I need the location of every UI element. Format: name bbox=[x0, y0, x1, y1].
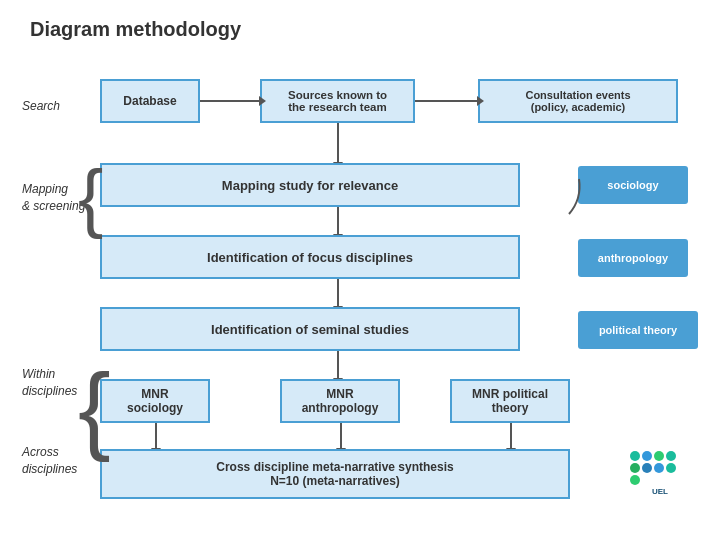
arrow-down-4 bbox=[337, 351, 339, 379]
arrow-db-to-sources bbox=[200, 100, 260, 102]
arrow-down-1 bbox=[337, 123, 339, 163]
seminal-studies-box: Identification of seminal studies bbox=[100, 307, 520, 351]
mnr-political-box: MNR politicaltheory bbox=[450, 379, 570, 423]
mapping-study-box: Mapping study for relevance bbox=[100, 163, 520, 207]
uel-logo: UEL bbox=[630, 451, 690, 501]
arrow-down-mnr-soc bbox=[155, 423, 157, 449]
arrow-down-mnr-anth bbox=[340, 423, 342, 449]
brace-disciplines: { bbox=[78, 359, 111, 457]
arrow-down-mnr-pol bbox=[510, 423, 512, 449]
across-disciplines-label: Acrossdisciplines bbox=[22, 444, 77, 478]
anthropology-tag: anthropology bbox=[578, 239, 688, 277]
mnr-anthropology-box: MNRanthropology bbox=[280, 379, 400, 423]
arrow-down-2 bbox=[337, 207, 339, 235]
sources-box: Sources known tothe research team bbox=[260, 79, 415, 123]
search-label: Search bbox=[22, 99, 60, 113]
consultation-box: Consultation events(policy, academic) bbox=[478, 79, 678, 123]
focus-disciplines-box: Identification of focus disciplines bbox=[100, 235, 520, 279]
mapping-screening-label: Mapping& screening bbox=[22, 181, 85, 215]
arrow-sources-to-consult bbox=[415, 100, 478, 102]
database-box: Database bbox=[100, 79, 200, 123]
sociology-tag: sociology bbox=[578, 166, 688, 204]
mnr-sociology-box: MNRsociology bbox=[100, 379, 210, 423]
sociology-curve bbox=[576, 179, 580, 219]
cross-discipline-box: Cross discipline meta-narrative synthesi… bbox=[100, 449, 570, 499]
arrow-down-3 bbox=[337, 279, 339, 307]
political-theory-tag: political theory bbox=[578, 311, 698, 349]
page-title: Diagram methodology bbox=[0, 0, 720, 51]
brace-mapping: { bbox=[78, 159, 103, 235]
within-disciplines-label: Withindisciplines bbox=[22, 366, 77, 400]
